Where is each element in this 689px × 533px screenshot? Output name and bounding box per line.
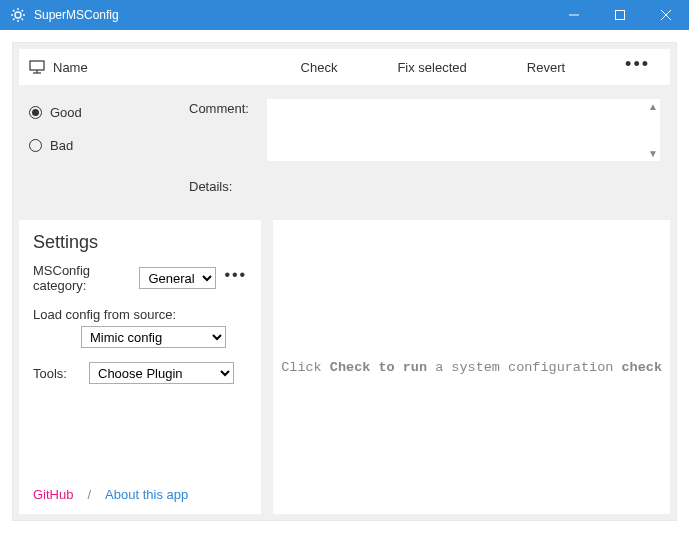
radio-bad-label: Bad <box>50 138 73 153</box>
radio-dot-filled-icon <box>29 106 42 119</box>
svg-rect-13 <box>30 61 44 70</box>
category-label: MSConfig category: <box>33 263 131 293</box>
load-config-label: Load config from source: <box>33 307 247 322</box>
svg-line-8 <box>13 19 15 21</box>
settings-card: Settings MSConfig category: General ••• … <box>19 220 261 514</box>
output-hint-text: Click Check to run a system configuratio… <box>281 360 662 375</box>
window-title: SuperMSConfig <box>34 8 551 22</box>
about-link[interactable]: About this app <box>105 487 188 502</box>
fix-selected-button[interactable]: Fix selected <box>397 60 466 75</box>
settings-more-button[interactable]: ••• <box>224 267 247 289</box>
details-label: Details: <box>189 177 259 194</box>
output-panel: Click Check to run a system configuratio… <box>273 220 670 514</box>
comment-label: Comment: <box>189 99 259 116</box>
header-bar: Name Check Fix selected Revert ••• <box>19 49 670 85</box>
footer-links: GitHub / About this app <box>33 467 247 502</box>
monitor-icon <box>29 60 45 74</box>
close-button[interactable] <box>643 0 689 30</box>
svg-point-0 <box>15 12 21 18</box>
radio-bad[interactable]: Bad <box>29 138 179 153</box>
maximize-button[interactable] <box>597 0 643 30</box>
revert-button[interactable]: Revert <box>527 60 565 75</box>
radio-good-label: Good <box>50 105 82 120</box>
app-gear-icon <box>10 7 26 23</box>
comment-textarea[interactable]: ▲ ▼ <box>267 99 660 161</box>
radio-dot-empty-icon <box>29 139 42 152</box>
minimize-button[interactable] <box>551 0 597 30</box>
name-column-header: Name <box>53 60 88 75</box>
github-link[interactable]: GitHub <box>33 487 73 502</box>
status-radio-group: Good Bad <box>29 99 179 194</box>
titlebar: SuperMSConfig <box>0 0 689 30</box>
radio-good[interactable]: Good <box>29 105 179 120</box>
scroll-down-icon[interactable]: ▼ <box>648 148 658 159</box>
tools-label: Tools: <box>33 366 81 381</box>
svg-line-5 <box>13 10 15 12</box>
svg-rect-10 <box>616 11 625 20</box>
svg-line-6 <box>22 19 24 21</box>
settings-title: Settings <box>33 232 247 253</box>
header-more-button[interactable]: ••• <box>625 55 650 79</box>
svg-line-7 <box>22 10 24 12</box>
check-button[interactable]: Check <box>301 60 338 75</box>
load-config-select[interactable]: Mimic config <box>81 326 226 348</box>
category-select[interactable]: General <box>139 267 216 289</box>
tools-select[interactable]: Choose Plugin <box>89 362 234 384</box>
scroll-up-icon[interactable]: ▲ <box>648 101 658 112</box>
link-separator: / <box>87 487 91 502</box>
